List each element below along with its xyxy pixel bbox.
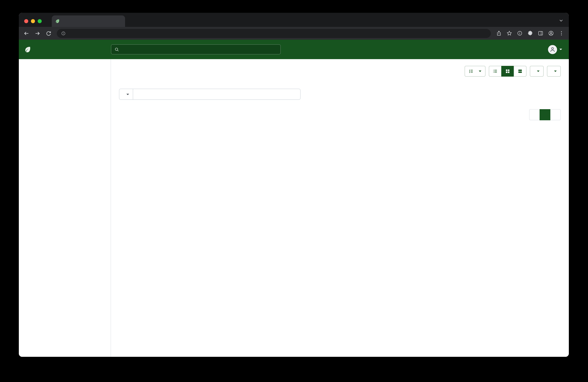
text-filter-group [119, 89, 301, 100]
user-menu-caret-icon [559, 49, 562, 50]
grid-view-icon [505, 69, 510, 74]
browser-tab-strip [19, 13, 569, 27]
caret-down-icon [479, 71, 482, 72]
list-view-icon [493, 69, 498, 74]
search-icon [115, 47, 119, 52]
filter-bar [119, 89, 561, 100]
global-search [111, 44, 281, 54]
info-circle-icon[interactable] [517, 31, 523, 36]
browser-action-icons [496, 31, 564, 36]
caret-down-icon [126, 94, 129, 95]
pagination-prev-button[interactable] [529, 109, 540, 120]
site-info-icon[interactable] [61, 31, 65, 36]
forward-icon[interactable] [35, 30, 40, 36]
detail-view-icon [518, 69, 523, 74]
select-checklist-icon [469, 69, 473, 74]
user-icon [550, 46, 555, 52]
user-menu[interactable] [548, 45, 562, 54]
browser-tab[interactable] [52, 16, 125, 27]
browser-window [19, 13, 569, 357]
search-input[interactable] [122, 47, 277, 52]
window-controls [24, 19, 42, 23]
close-window-button[interactable] [24, 19, 28, 23]
view-mode-toggle [489, 66, 526, 77]
share-icon[interactable] [496, 31, 502, 36]
favicon-leaf-icon [55, 19, 60, 23]
tab-search-chevron-icon[interactable] [559, 18, 564, 23]
documents-page [111, 59, 569, 357]
pagination-next-button[interactable] [550, 109, 561, 120]
results-bar [119, 109, 561, 120]
side-panel-icon[interactable] [538, 31, 543, 36]
minimize-window-button[interactable] [31, 19, 35, 23]
paperless-leaf-icon [24, 46, 31, 53]
toolbar-actions [465, 66, 561, 77]
view-detail-button[interactable] [514, 66, 526, 77]
sidebar [19, 59, 111, 357]
filter-query-input[interactable] [133, 89, 301, 100]
pagination [529, 109, 561, 120]
app-brand[interactable] [24, 46, 111, 53]
pagination-page-1-button[interactable] [540, 109, 550, 120]
zoom-window-button[interactable] [38, 19, 42, 23]
caret-down-icon [537, 71, 540, 72]
caret-down-icon [554, 71, 557, 72]
browser-address-bar [19, 27, 569, 40]
views-button[interactable] [547, 66, 561, 77]
reload-icon[interactable] [46, 30, 51, 36]
url-bar[interactable] [57, 29, 491, 38]
bookmark-star-icon[interactable] [507, 31, 512, 36]
desktop-background [0, 0, 588, 382]
app-header [19, 40, 569, 59]
avatar [548, 45, 557, 54]
back-icon[interactable] [23, 30, 29, 36]
select-button[interactable] [465, 66, 485, 77]
browser-menu-icon[interactable] [559, 31, 564, 36]
filter-field-dropdown[interactable] [119, 89, 133, 100]
browser-profile-icon[interactable] [548, 31, 554, 36]
view-grid-button[interactable] [501, 66, 514, 77]
sort-button[interactable] [530, 66, 544, 77]
view-list-button[interactable] [489, 66, 502, 77]
extensions-puzzle-icon[interactable] [527, 31, 533, 36]
